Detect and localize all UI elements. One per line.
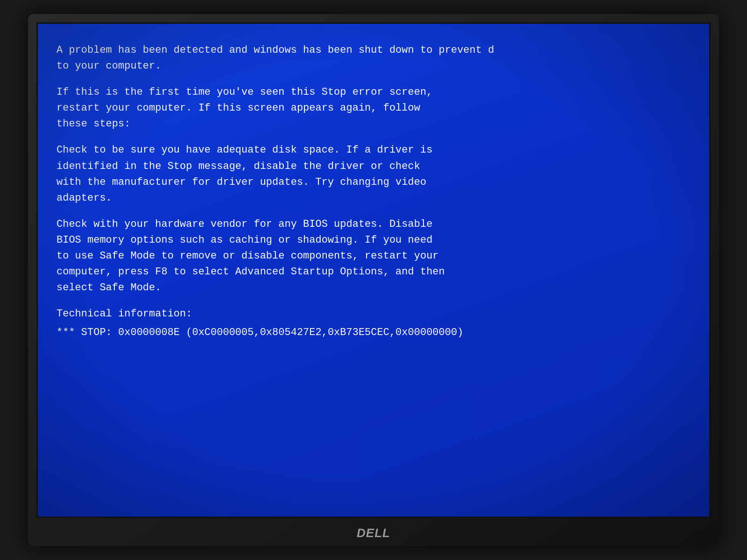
- monitor: A problem has been detected and windows …: [28, 14, 719, 546]
- bsod-content: A problem has been detected and windows …: [56, 42, 691, 498]
- bios-line3: to use Safe Mode to remove or disable co…: [56, 248, 691, 264]
- first-time-line2: restart your computer. If this screen ap…: [56, 100, 691, 116]
- stop-code: *** STOP: 0x0000008E (0xC0000005,0x80542…: [56, 325, 691, 341]
- technical-label: Technical information:: [56, 306, 691, 322]
- header-line1: A problem has been detected and windows …: [56, 42, 691, 58]
- first-time-section: If this is the first time you've seen th…: [56, 84, 691, 132]
- bios-line1: Check with your hardware vendor for any …: [56, 217, 691, 232]
- disk-line4: adapters.: [56, 190, 691, 206]
- bios-section: Check with your hardware vendor for any …: [56, 217, 691, 296]
- header-line2: to your computer.: [56, 58, 691, 74]
- bios-line5: select Safe Mode.: [56, 280, 691, 296]
- first-time-line1: If this is the first time you've seen th…: [56, 84, 691, 100]
- monitor-brand-area: DELL: [357, 526, 390, 540]
- bios-line4: computer, press F8 to select Advanced St…: [56, 264, 691, 280]
- dell-logo: DELL: [357, 526, 390, 540]
- disk-line3: with the manufacturer for driver updates…: [56, 175, 691, 190]
- first-time-line3: these steps:: [56, 116, 691, 132]
- disk-line1: Check to be sure you have adequate disk …: [56, 142, 691, 158]
- header-section: A problem has been detected and windows …: [56, 42, 691, 74]
- disk-space-section: Check to be sure you have adequate disk …: [56, 142, 691, 206]
- disk-line2: identified in the Stop message, disable …: [56, 159, 691, 175]
- bios-line2: BIOS memory options such as caching or s…: [56, 232, 691, 248]
- technical-section: Technical information: *** STOP: 0x00000…: [56, 306, 691, 341]
- bsod-screen: A problem has been detected and windows …: [36, 22, 711, 518]
